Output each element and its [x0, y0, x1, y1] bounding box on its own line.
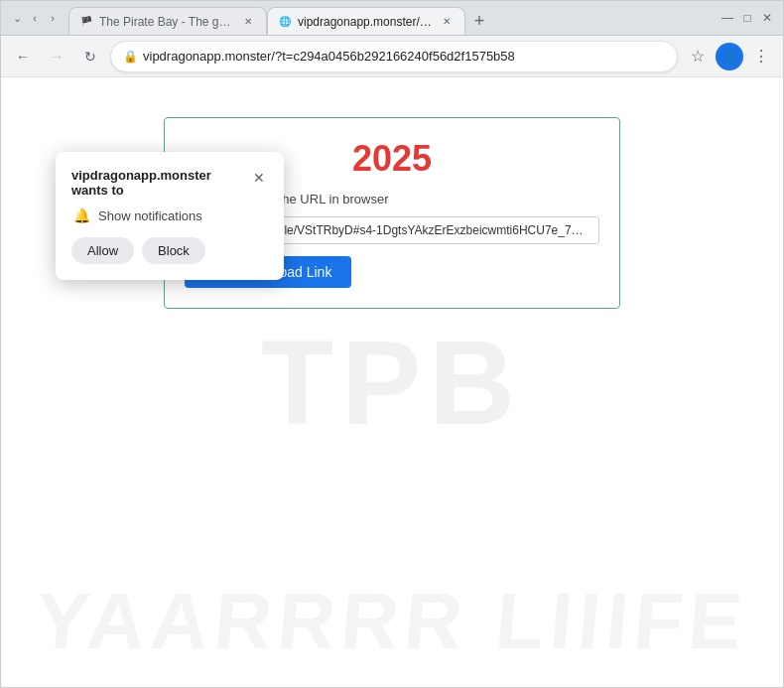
tab-title-vipdragon: vipdragonapp.monster/?t=c29...	[298, 15, 433, 29]
nav-bar: ← → ↻ 🔒 ☆ 👤 ⋮	[1, 36, 783, 77]
forward-button[interactable]: →	[43, 43, 70, 70]
avatar[interactable]: 👤	[716, 43, 743, 70]
tab-favicon-vipdragon: 🌐	[278, 15, 292, 29]
next-tab-btn[interactable]: ›	[45, 10, 61, 26]
window-controls: — □ ✕	[719, 10, 775, 26]
reload-button[interactable]: ↻	[76, 43, 104, 70]
avatar-icon: 👤	[721, 49, 738, 65]
block-button[interactable]: Block	[142, 237, 205, 264]
minimize-button[interactable]: —	[719, 10, 735, 26]
prev-tab-btn[interactable]: ‹	[27, 10, 43, 26]
popup-title: vipdragonapp.monster wants to	[71, 168, 250, 198]
tab-close-piratebay[interactable]: ✕	[240, 14, 256, 30]
page-content: TPB vipdragonapp.monster wants to ✕ 🔔 Sh…	[1, 77, 783, 687]
tabs-area: 🏴 The Pirate Bay - The galaxy's m... ✕ 🌐…	[65, 1, 716, 35]
popup-close-button[interactable]: ✕	[250, 168, 268, 188]
tab-list-btn[interactable]: ⌄	[9, 10, 25, 26]
address-input[interactable]	[143, 49, 665, 64]
new-tab-button[interactable]: +	[465, 7, 493, 35]
browser-window: ⌄ ‹ › 🏴 The Pirate Bay - The galaxy's m.…	[0, 0, 784, 688]
popup-notification-row: 🔔 Show notifications	[71, 207, 268, 223]
popup-actions: Allow Block	[71, 237, 268, 264]
menu-button[interactable]: ⋮	[747, 43, 775, 70]
close-button[interactable]: ✕	[759, 10, 775, 26]
back-button[interactable]: ←	[9, 43, 37, 70]
nav-right-icons: ☆ 👤 ⋮	[684, 43, 775, 70]
tab-favicon-pirate: 🏴	[79, 15, 93, 29]
title-bar: ⌄ ‹ › 🏴 The Pirate Bay - The galaxy's m.…	[1, 1, 783, 36]
allow-button[interactable]: Allow	[71, 237, 134, 264]
notification-label: Show notifications	[98, 208, 202, 223]
title-bar-left: ⌄ ‹ ›	[9, 10, 61, 26]
notification-popup: vipdragonapp.monster wants to ✕ 🔔 Show n…	[56, 152, 284, 280]
tab-vipdragon[interactable]: 🌐 vipdragonapp.monster/?t=c29... ✕	[267, 7, 465, 35]
popup-header: vipdragonapp.monster wants to ✕	[71, 168, 268, 198]
bookmark-button[interactable]: ☆	[684, 43, 712, 70]
tab-piratebay[interactable]: 🏴 The Pirate Bay - The galaxy's m... ✕	[68, 7, 267, 35]
tab-close-vipdragon[interactable]: ✕	[439, 14, 455, 30]
maximize-button[interactable]: □	[739, 10, 755, 26]
lock-icon: 🔒	[123, 50, 137, 64]
bell-icon: 🔔	[73, 207, 90, 223]
tab-title-piratebay: The Pirate Bay - The galaxy's m...	[99, 15, 234, 29]
address-bar-wrapper[interactable]: 🔒	[110, 41, 678, 72]
